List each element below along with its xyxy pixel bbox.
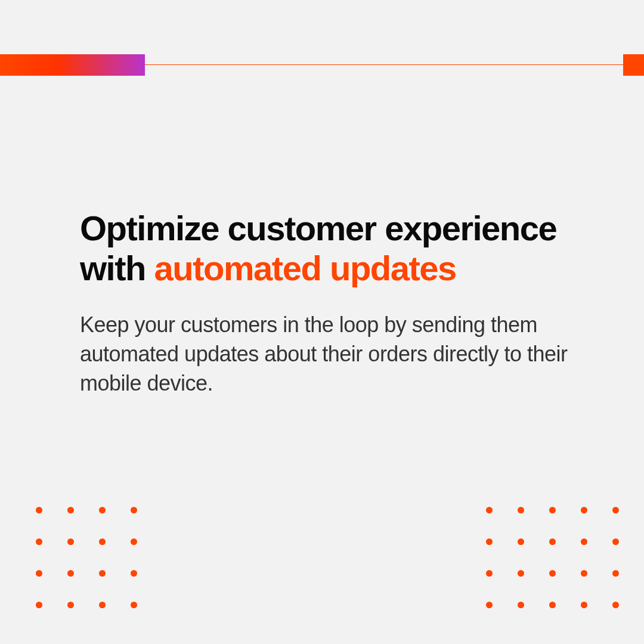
dot-icon — [131, 602, 137, 608]
dot-icon — [612, 507, 619, 513]
dot-icon — [581, 507, 587, 513]
dot-icon — [518, 507, 524, 513]
dot-icon — [549, 602, 556, 608]
dot-icon — [486, 570, 493, 577]
dot-icon — [131, 507, 137, 513]
dot-icon — [99, 538, 106, 545]
decorative-gradient-bar-left — [0, 54, 145, 76]
decorative-horizontal-line — [145, 64, 644, 65]
dot-icon — [131, 538, 137, 545]
heading-highlight: automated updates — [154, 249, 456, 287]
dot-icon — [549, 507, 556, 513]
decorative-dots-right — [486, 507, 619, 608]
dot-icon — [549, 570, 556, 577]
dot-icon — [67, 538, 74, 545]
body-paragraph: Keep your customers in the loop by sendi… — [80, 311, 584, 398]
decorative-bar-right — [623, 54, 644, 76]
dot-icon — [486, 602, 493, 608]
dot-icon — [99, 602, 106, 608]
dot-icon — [581, 570, 587, 577]
dot-icon — [36, 507, 42, 513]
main-content: Optimize customer experience with automa… — [80, 209, 584, 398]
page-heading: Optimize customer experience with automa… — [80, 209, 584, 288]
dot-icon — [99, 570, 106, 577]
dot-icon — [36, 570, 42, 577]
dot-icon — [518, 602, 524, 608]
dot-icon — [67, 602, 74, 608]
dot-icon — [612, 602, 619, 608]
dot-icon — [99, 507, 106, 513]
dot-icon — [581, 538, 587, 545]
dot-icon — [36, 538, 42, 545]
dot-icon — [67, 507, 74, 513]
dot-icon — [131, 570, 137, 577]
dot-icon — [486, 538, 493, 545]
dot-icon — [612, 570, 619, 577]
dot-icon — [518, 570, 524, 577]
dot-icon — [518, 538, 524, 545]
dot-icon — [549, 538, 556, 545]
dot-icon — [612, 538, 619, 545]
dot-icon — [581, 602, 587, 608]
dot-icon — [67, 570, 74, 577]
decorative-dots-left — [36, 507, 137, 608]
dot-icon — [486, 507, 493, 513]
dot-icon — [36, 602, 42, 608]
